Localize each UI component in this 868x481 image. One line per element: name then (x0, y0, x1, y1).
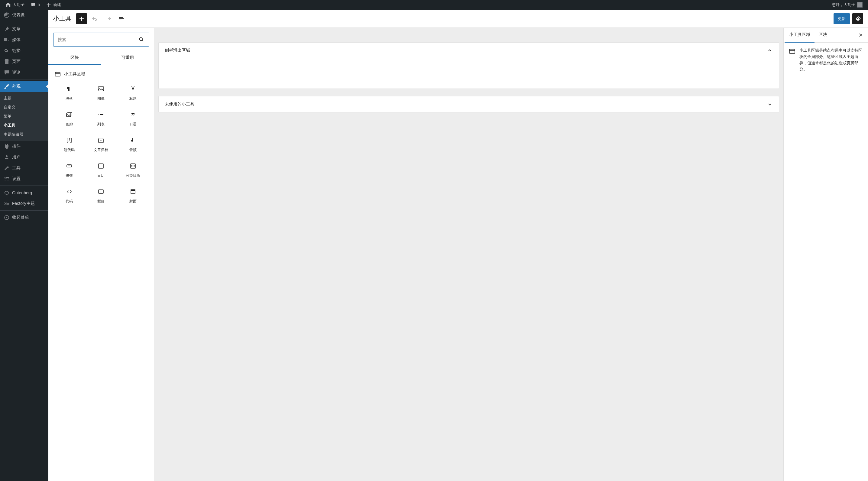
svg-point-14 (133, 167, 133, 167)
sidebar-label: 插件 (12, 143, 21, 149)
adminbar-new-label: 新建 (53, 2, 61, 7)
block-item-cover[interactable]: 封面 (117, 183, 149, 209)
inserter-toggle-button[interactable] (76, 13, 87, 24)
adminbar-account[interactable]: 您好，大胡子 (829, 0, 866, 10)
undo-icon (91, 15, 98, 22)
cover-icon (129, 188, 136, 195)
sidebar-label: Gutenberg (12, 190, 32, 195)
block-item-shortcode[interactable]: 短代码 (53, 132, 85, 157)
editor-header: 小工具 更新 (49, 10, 868, 28)
media-icon (4, 37, 10, 43)
panel-close-button[interactable] (855, 29, 867, 41)
comment-icon (4, 69, 10, 75)
search-icon (134, 37, 149, 42)
widget-area-inactive[interactable]: 未使用的小工具 (158, 96, 779, 113)
sidebar-item-appearance[interactable]: 外观 (0, 81, 49, 92)
settings-panel: 小工具区域 区块 小工具区域是站点布局中可以支持区块的全局部分。这些区域因主题而… (783, 28, 868, 481)
quote-icon (129, 111, 136, 118)
sidebar-item-users[interactable]: 用户 (0, 152, 49, 163)
inserter-category[interactable]: 小工具区域 (49, 68, 154, 81)
widget-area-icon (54, 71, 61, 77)
tab-reusable[interactable]: 可重用 (101, 51, 154, 65)
block-item-list[interactable]: 列表 (85, 106, 117, 132)
submenu-item-widgets[interactable]: 小工具 (0, 121, 49, 130)
inserter-category-label: 小工具区域 (64, 71, 85, 77)
list-view-button[interactable] (116, 13, 127, 24)
sidebar-label: 工具 (12, 165, 21, 171)
sidebar-item-collapse[interactable]: 收起菜单 (0, 212, 49, 223)
widget-area-title: 侧栏滑出区域 (165, 48, 190, 53)
inserter-tabs: 区块 可重用 (49, 51, 154, 65)
sidebar-item-settings[interactable]: 设置 (0, 173, 49, 184)
adminbar-site-name: 大胡子 (13, 2, 25, 7)
block-inserter-panel: 区块 可重用 小工具区域 段落 图像 标题 画廊 列表 (49, 28, 154, 481)
sidebar-item-tools[interactable]: 工具 (0, 163, 49, 173)
sidebar-label: 仪表盘 (12, 12, 25, 18)
brush-icon (4, 84, 10, 90)
sidebar-label: 评论 (12, 70, 21, 75)
svg-point-15 (134, 167, 134, 167)
list-view-icon (118, 15, 125, 22)
wrench-icon (4, 165, 10, 171)
block-item-archives[interactable]: 文章归档 (85, 132, 117, 157)
sliders-icon (4, 176, 10, 182)
submenu-item-theme-editor[interactable]: 主题编辑器 (0, 130, 49, 139)
button-icon (66, 162, 73, 169)
sidebar-label: 用户 (12, 154, 21, 160)
sidebar-item-plugins[interactable]: 插件 (0, 141, 49, 152)
gallery-icon (66, 111, 73, 118)
sidebar-item-factory[interactable]: Xin Factory主题 (0, 198, 49, 209)
redo-icon (104, 15, 112, 22)
adminbar-new[interactable]: 新建 (43, 0, 64, 10)
sidebar-label: 页面 (12, 59, 21, 64)
tab-blocks[interactable]: 区块 (49, 51, 101, 65)
svg-point-13 (132, 167, 132, 167)
widget-area-title: 未使用的小工具 (165, 101, 194, 107)
sidebar-item-gutenberg[interactable]: Gutenberg (0, 187, 49, 198)
block-item-paragraph[interactable]: 段落 (53, 81, 85, 106)
undo-button[interactable] (89, 13, 100, 24)
settings-button[interactable] (852, 13, 863, 24)
submenu-item-menus[interactable]: 菜单 (0, 112, 49, 121)
panel-tab-block[interactable]: 区块 (814, 28, 831, 42)
panel-tab-areas[interactable]: 小工具区域 (785, 28, 814, 42)
panel-description: 小工具区域是站点布局中可以支持区块的全局部分。这些区域因主题而异，但通常都是您的… (799, 47, 863, 72)
sidebar-item-media[interactable]: 媒体 (0, 34, 49, 45)
block-item-button[interactable]: 按钮 (53, 157, 85, 183)
search-input[interactable] (54, 37, 134, 42)
adminbar-site[interactable]: 大胡子 (2, 0, 28, 10)
svg-rect-9 (130, 164, 135, 168)
gear-icon (854, 15, 861, 22)
sidebar-submenu-appearance: 主题 自定义 菜单 小工具 主题编辑器 (0, 92, 49, 141)
sidebar-item-links[interactable]: 链接 (0, 45, 49, 56)
comment-icon (31, 2, 36, 7)
block-item-calendar[interactable]: 日历 (85, 157, 117, 183)
shortcode-icon (66, 136, 73, 144)
collapse-icon (4, 215, 10, 221)
block-item-audio[interactable]: 音频 (117, 132, 149, 157)
home-icon (5, 2, 11, 7)
sidebar-item-comments[interactable]: 评论 (0, 67, 49, 78)
editor-canvas: 侧栏滑出区域 未使用的小工具 (154, 28, 783, 481)
update-button[interactable]: 更新 (834, 13, 850, 24)
block-item-image[interactable]: 图像 (85, 81, 117, 106)
pin-icon (4, 26, 10, 32)
adminbar-comments-count: 0 (38, 3, 40, 7)
redo-button[interactable] (103, 13, 114, 24)
sidebar-label: 设置 (12, 176, 21, 182)
block-item-quote[interactable]: 引语 (117, 106, 149, 132)
close-icon (858, 32, 864, 38)
sidebar-item-pages[interactable]: 页面 (0, 56, 49, 67)
block-item-gallery[interactable]: 画廊 (53, 106, 85, 132)
block-item-heading[interactable]: 标题 (117, 81, 149, 106)
sidebar-item-dashboard[interactable]: 仪表盘 (0, 10, 49, 21)
widget-area-sidebar-slide[interactable]: 侧栏滑出区域 (158, 42, 779, 89)
submenu-item-customize[interactable]: 自定义 (0, 103, 49, 112)
sidebar-item-posts[interactable]: 文章 (0, 24, 49, 34)
adminbar-comments[interactable]: 0 (28, 0, 43, 10)
block-item-code[interactable]: 代码 (53, 183, 85, 209)
block-item-columns[interactable]: 栏目 (85, 183, 117, 209)
sidebar-label: 文章 (12, 26, 21, 32)
block-item-categories[interactable]: 分类目录 (117, 157, 149, 183)
submenu-item-themes[interactable]: 主题 (0, 94, 49, 103)
